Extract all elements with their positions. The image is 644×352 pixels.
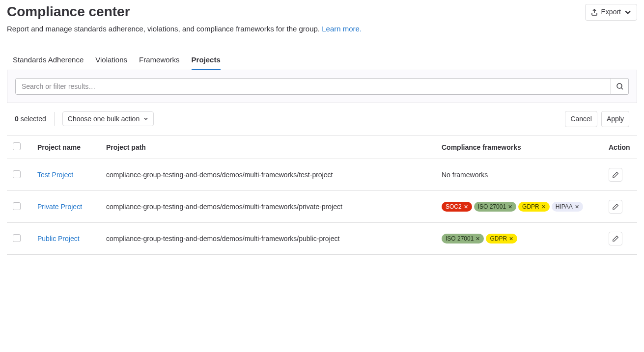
framework-badge: GDPR✕ xyxy=(486,234,517,244)
no-frameworks: No frameworks xyxy=(442,171,488,179)
chevron-down-icon xyxy=(624,8,632,16)
framework-badge-label: GDPR xyxy=(522,203,539,211)
pencil-icon xyxy=(612,171,619,178)
framework-badge: GDPR✕ xyxy=(518,202,550,212)
col-header-frameworks: Compliance frameworks xyxy=(436,135,603,159)
framework-badge-label: ISO 27001 xyxy=(478,203,506,211)
search-icon xyxy=(616,82,624,90)
remove-framework-icon[interactable]: ✕ xyxy=(508,203,512,211)
remove-framework-icon[interactable]: ✕ xyxy=(464,203,468,211)
project-link[interactable]: Test Project xyxy=(37,171,73,179)
search-input[interactable] xyxy=(15,78,611,95)
table-row: Test Projectcompliance-group-testing-and… xyxy=(7,159,637,191)
project-link[interactable]: Private Project xyxy=(37,203,82,211)
search-button[interactable] xyxy=(611,78,629,95)
framework-badge-label: HIPAA xyxy=(556,203,573,211)
learn-more-link[interactable]: Learn more. xyxy=(322,25,362,33)
project-path: compliance-group-testing-and-demos/demos… xyxy=(100,191,436,223)
framework-badge-label: SOC2 xyxy=(446,203,462,211)
apply-button[interactable]: Apply xyxy=(601,111,629,128)
pencil-icon xyxy=(612,235,619,242)
tab-standards-adherence[interactable]: Standards Adherence xyxy=(13,51,84,70)
selected-count: 0 selected xyxy=(15,115,46,123)
tab-frameworks[interactable]: Frameworks xyxy=(139,51,180,70)
framework-badge: HIPAA✕ xyxy=(552,202,583,212)
divider xyxy=(54,112,55,126)
tab-violations[interactable]: Violations xyxy=(95,51,127,70)
row-checkbox[interactable] xyxy=(13,202,21,210)
page-title: Compliance center xyxy=(7,4,130,20)
export-label: Export xyxy=(601,7,621,17)
remove-framework-icon[interactable]: ✕ xyxy=(575,203,579,211)
select-all-checkbox[interactable] xyxy=(13,142,21,150)
framework-badge: SOC2✕ xyxy=(442,202,472,212)
tabs: Standards AdherenceViolationsFrameworksP… xyxy=(7,51,637,70)
framework-badge-label: ISO 27001 xyxy=(446,235,474,243)
edit-button[interactable] xyxy=(609,200,622,214)
remove-framework-icon[interactable]: ✕ xyxy=(476,235,480,243)
upload-icon xyxy=(590,8,598,16)
col-header-action: Action xyxy=(603,135,637,159)
pencil-icon xyxy=(612,203,619,210)
project-path: compliance-group-testing-and-demos/demos… xyxy=(100,159,436,191)
row-checkbox[interactable] xyxy=(13,170,21,178)
remove-framework-icon[interactable]: ✕ xyxy=(509,235,513,243)
chevron-down-icon xyxy=(143,116,148,121)
edit-button[interactable] xyxy=(609,232,622,245)
svg-point-0 xyxy=(617,83,622,88)
framework-badge-label: GDPR xyxy=(490,235,507,243)
page-description: Report and manage standards adherence, v… xyxy=(7,25,637,33)
table-row: Public Projectcompliance-group-testing-a… xyxy=(7,223,637,255)
framework-badge: ISO 27001✕ xyxy=(442,234,484,244)
row-checkbox[interactable] xyxy=(13,234,21,242)
col-header-name: Project name xyxy=(31,135,100,159)
bulk-action-dropdown[interactable]: Choose one bulk action xyxy=(62,111,154,126)
col-header-path: Project path xyxy=(100,135,436,159)
remove-framework-icon[interactable]: ✕ xyxy=(541,203,546,211)
project-link[interactable]: Public Project xyxy=(37,235,80,243)
tab-projects[interactable]: Projects xyxy=(192,51,221,70)
projects-table: Project name Project path Compliance fra… xyxy=(7,135,637,255)
export-button[interactable]: Export xyxy=(585,4,637,21)
framework-badge: ISO 27001✕ xyxy=(474,202,516,212)
edit-button[interactable] xyxy=(609,168,622,182)
table-row: Private Projectcompliance-group-testing-… xyxy=(7,191,637,223)
cancel-button[interactable]: Cancel xyxy=(565,111,597,128)
project-path: compliance-group-testing-and-demos/demos… xyxy=(100,223,436,255)
